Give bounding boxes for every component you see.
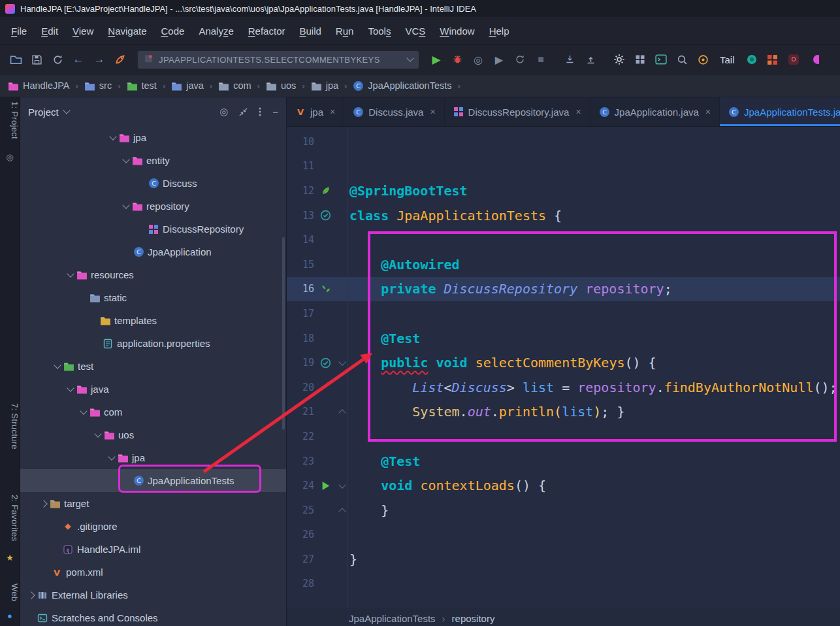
close-tab-icon[interactable]: ×	[575, 107, 581, 117]
menu-vcs[interactable]: VCS	[398, 22, 432, 41]
spring-bean-icon[interactable]	[317, 284, 334, 294]
code-line-24[interactable]: 24 void contextLoads() {	[287, 473, 840, 498]
sync-icon[interactable]	[50, 52, 65, 67]
breadcrumb-jpaapplicationtests[interactable]: CJpaApplicationTests	[353, 80, 451, 91]
breadcrumb-com[interactable]: com	[218, 80, 251, 91]
tree-item-jpa[interactable]: jpa	[20, 446, 286, 469]
close-tab-icon[interactable]: ×	[330, 107, 335, 117]
forward-icon[interactable]: →	[91, 52, 107, 67]
rerun-icon[interactable]	[512, 52, 528, 67]
breadcrumb-handlejpa[interactable]: HandleJPA	[8, 80, 69, 91]
code-line-26[interactable]: 26	[287, 523, 840, 548]
chevron-down-icon[interactable]	[106, 456, 118, 459]
code-line-12[interactable]: 12@SpringBootTest	[287, 178, 840, 203]
profiler-icon[interactable]: ▶	[491, 52, 507, 67]
red-grid-icon[interactable]	[765, 52, 781, 67]
menu-file[interactable]: File	[4, 22, 34, 41]
code-line-16[interactable]: 16 private DiscussRepository repository;	[287, 277, 840, 302]
tree-item-static[interactable]: static	[20, 286, 286, 309]
code-line-11[interactable]: 11	[287, 154, 840, 179]
breadcrumb-uos[interactable]: uos	[266, 80, 296, 91]
editor-breadcrumb-repository[interactable]: repository	[452, 613, 495, 624]
teal-status-icon[interactable]	[744, 52, 760, 67]
code-line-17[interactable]: 17	[287, 301, 840, 326]
save-all-icon[interactable]	[29, 52, 44, 67]
tree-item-jpa[interactable]: jpa	[20, 126, 286, 149]
run-arrow-icon[interactable]	[317, 481, 334, 491]
fold-marker-icon[interactable]	[334, 484, 349, 487]
fold-marker-icon[interactable]	[334, 361, 349, 365]
web-dot-icon[interactable]: ●	[0, 611, 20, 621]
code-line-18[interactable]: 18 @Test	[287, 326, 840, 351]
menu-window[interactable]: Window	[432, 22, 481, 41]
run-anything-icon[interactable]	[112, 52, 128, 67]
menu-run[interactable]: Run	[329, 22, 361, 41]
menu-build[interactable]: Build	[292, 22, 328, 41]
breadcrumb-src[interactable]: src	[84, 80, 112, 91]
code-line-13[interactable]: 13class JpaApplicationTests {	[287, 203, 840, 228]
bookmark-circle-icon[interactable]: ◎	[0, 152, 20, 162]
chevron-down-icon[interactable]	[120, 205, 132, 208]
tree-item-java[interactable]: java	[20, 378, 286, 401]
breadcrumb-jpa[interactable]: jpa	[311, 80, 338, 91]
tree-item-discussrepository[interactable]: DiscussRepository	[20, 218, 286, 240]
chevron-right-icon[interactable]	[38, 501, 50, 506]
chevron-right-icon[interactable]	[25, 593, 37, 598]
editor-tab-discussrepository-java[interactable]: DiscussRepository.java×	[445, 97, 590, 126]
plugin-icon[interactable]	[695, 52, 711, 67]
locate-file-icon[interactable]: ◎	[219, 106, 228, 118]
code-line-20[interactable]: 20 List<Discuss> list = repository.findB…	[287, 375, 840, 400]
editor-breadcrumb-jpaapplicationtests[interactable]: JpaApplicationTests	[349, 613, 436, 624]
fold-marker-icon[interactable]	[334, 506, 349, 514]
breadcrumb-java[interactable]: java	[171, 80, 204, 91]
debug-icon[interactable]	[449, 52, 465, 67]
tree-item-gitignore[interactable]: .gitignore	[20, 515, 286, 538]
menu-view[interactable]: View	[65, 22, 101, 41]
menu-code[interactable]: Code	[154, 22, 192, 41]
close-tab-icon[interactable]: ×	[705, 107, 711, 117]
spring-leaf-icon[interactable]	[317, 186, 334, 196]
collapse-all-icon[interactable]	[238, 107, 248, 117]
code-line-23[interactable]: 23 @Test	[287, 449, 840, 474]
menu-help[interactable]: Help	[482, 22, 517, 41]
search-everywhere-icon[interactable]	[674, 52, 690, 67]
tree-item-jpaapplication[interactable]: CJpaApplication	[20, 240, 286, 263]
tree-item-templates[interactable]: templates	[20, 309, 286, 332]
back-icon[interactable]: ←	[71, 52, 86, 67]
code-line-25[interactable]: 25 }	[287, 498, 840, 523]
star-icon[interactable]: ★	[0, 553, 20, 563]
tree-item-repository[interactable]: repository	[20, 195, 286, 218]
editor-tab-jpaapplicationtests-java[interactable]: CJpaApplicationTests.java×	[720, 97, 840, 126]
code-badge-icon[interactable]: O	[786, 52, 801, 67]
tree-item-scratches-and-consoles[interactable]: Scratches and Consoles	[20, 606, 286, 626]
tree-item-discuss[interactable]: CDiscuss	[20, 172, 286, 195]
chevron-down-icon[interactable]	[92, 433, 104, 437]
commit-icon[interactable]	[583, 52, 598, 67]
chevron-down-icon[interactable]	[65, 387, 76, 391]
editor-tab-jpaapplication-java[interactable]: CJpaApplication.java×	[590, 97, 720, 126]
menu-tools[interactable]: Tools	[361, 22, 398, 41]
toolwindow-project-button[interactable]: 1: Project	[0, 101, 20, 139]
chevron-down-icon[interactable]	[107, 136, 119, 139]
menu-navigate[interactable]: Navigate	[101, 22, 153, 41]
code-line-27[interactable]: 27}	[287, 547, 840, 572]
toolwindow-favorites-button[interactable]: 2: Favorites	[0, 495, 20, 542]
chevron-down-icon[interactable]	[65, 273, 76, 276]
tree-item-test[interactable]: test	[20, 355, 286, 378]
hide-panel-icon[interactable]: −	[272, 107, 278, 118]
coverage-icon[interactable]: ◎	[470, 52, 486, 67]
tree-item-com[interactable]: com	[20, 401, 286, 423]
layout-grid-icon[interactable]	[632, 52, 648, 67]
code-line-10[interactable]: 10	[287, 129, 840, 154]
tree-item-application-properties[interactable]: application.properties	[20, 332, 286, 355]
tree-item-jpaapplicationtests[interactable]: CJpaApplicationTests	[20, 469, 286, 492]
chevron-down-icon[interactable]	[78, 410, 89, 414]
tree-item-pom-xml[interactable]: Vpom.xml	[20, 561, 286, 584]
settings-icon[interactable]	[611, 52, 627, 67]
tree-item-handlejpa-iml[interactable]: IJHandleJPA.iml	[20, 538, 286, 561]
menu-analyze[interactable]: Analyze	[191, 22, 240, 41]
run-configuration-select[interactable]: JPAAPPLICATIONTESTS.SELECTCOMMENTBYKEYS	[137, 50, 419, 69]
menu-edit[interactable]: Edit	[34, 22, 65, 41]
code-line-28[interactable]: 28	[287, 572, 840, 597]
code-line-19[interactable]: 19 public void selectCommentByKeys() {	[287, 350, 840, 375]
